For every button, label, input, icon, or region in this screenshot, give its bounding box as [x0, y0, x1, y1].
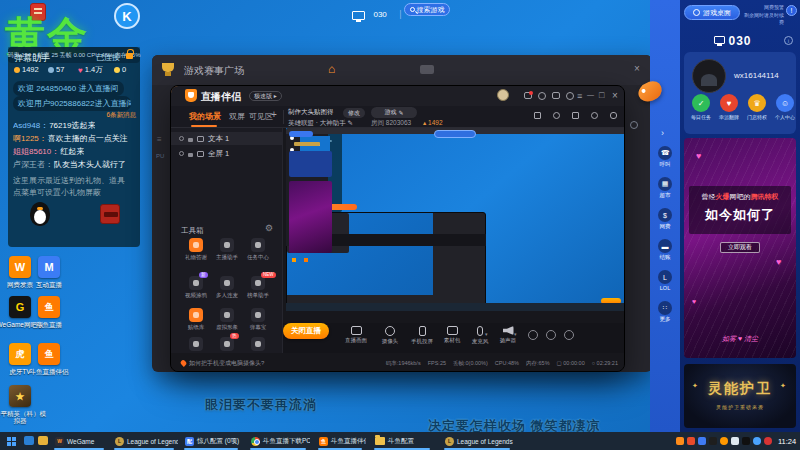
trophy-small-icon[interactable]	[566, 92, 574, 100]
bell-icon[interactable]	[591, 112, 598, 119]
toolbar-speaker[interactable]: 扬声器	[491, 326, 525, 344]
layout-button[interactable]	[528, 330, 538, 340]
eye-icon[interactable]	[179, 151, 184, 156]
desktop-icon-w[interactable]: W 网费发票	[9, 256, 31, 278]
new-message-badge[interactable]: 6条新消息	[106, 111, 136, 120]
taskbar-item-download[interactable]: 斗鱼直播下载PC9.0	[248, 432, 310, 450]
menu-icon[interactable]: ≡	[577, 92, 582, 101]
tab-my-scenes[interactable]: 我的场景	[189, 111, 221, 122]
headset-icon[interactable]	[538, 92, 546, 100]
promo-poster-game[interactable]: ✦ ✦ 灵能护卫 灵能护卫重磅来袭	[684, 364, 796, 428]
arena-menu-icon[interactable]: ≡	[157, 135, 162, 144]
tool-danmaku-bao[interactable]	[251, 308, 265, 322]
personal-center-button[interactable]: ☺	[776, 94, 794, 112]
lucky-flip-button[interactable]: ♥	[720, 94, 738, 112]
taskbar-item-config[interactable]: 配 惊八配置 (0项)	[182, 432, 242, 450]
desktop-icon-douyu[interactable]: 鱼 斗鱼直播	[38, 296, 60, 318]
k-app-badge[interactable]: K	[114, 3, 140, 29]
desktop-icon-m[interactable]: M 互动直播	[38, 256, 60, 278]
live-titlebar[interactable]: 直播伴侣 极速版 ▸ ≡ — □ ×	[171, 86, 625, 106]
user-avatar[interactable]	[692, 59, 726, 93]
minimize-icon[interactable]: —	[587, 91, 594, 98]
gallery-icon[interactable]	[552, 92, 560, 99]
share-icon[interactable]	[610, 112, 617, 119]
mic-caret[interactable]: ▾	[485, 331, 488, 337]
scene-row-fullscreen[interactable]: 全屏 1	[171, 147, 283, 160]
tray-icon-8[interactable]	[753, 437, 761, 445]
taskbar-item-lol[interactable]: L League of Legends	[112, 432, 178, 450]
tray-icon-9[interactable]	[764, 437, 772, 445]
tool-extra-1[interactable]	[189, 337, 203, 351]
lock-panel-icon[interactable]	[553, 112, 560, 119]
gift-panel-icon[interactable]	[534, 112, 541, 119]
taskbar-item-lol-2[interactable]: L League of Legends …	[442, 432, 514, 450]
arena-close-icon[interactable]: ×	[634, 64, 640, 74]
toolbar-phone-cast[interactable]: 手机投屏	[405, 326, 439, 345]
avatar[interactable]	[497, 89, 509, 101]
tray-icon-4[interactable]	[709, 437, 717, 445]
tray-icon-3[interactable]	[698, 437, 706, 445]
taskbar-item-douyu-config[interactable]: 斗鱼配置	[372, 432, 434, 450]
live-preview[interactable]: 黄金	[286, 128, 625, 311]
desktop-icon-game[interactable]: ★ 和平精英（科）模拟器	[9, 385, 31, 407]
tray-icon-5[interactable]	[720, 437, 728, 445]
tab-visible-area[interactable]: 可见区	[249, 111, 273, 122]
category-pill[interactable]: 游戏 ✎	[371, 107, 417, 118]
tool-rank-helper[interactable]	[251, 276, 265, 290]
version-badge[interactable]: 极速版 ▸	[249, 91, 282, 101]
quicklaunch-icon-1[interactable]	[24, 436, 34, 445]
eye-icon[interactable]	[179, 136, 184, 141]
desktop-icon-wegame[interactable]: G WeGame网吧版	[9, 296, 31, 318]
close-icon[interactable]: ×	[612, 91, 618, 101]
sidebar-item-call[interactable]: ☎ 呼叫	[650, 146, 680, 168]
toolbar-live-screen[interactable]: 直播画面	[339, 326, 373, 344]
add-scene-button[interactable]: +	[271, 109, 277, 120]
alarm-icon[interactable]: !	[786, 5, 797, 16]
pencil-icon[interactable]: ✎	[348, 119, 353, 126]
toolbar-camera[interactable]: 摄像头	[373, 326, 407, 345]
tray-icon-1[interactable]	[676, 437, 684, 445]
speaker-caret[interactable]: ▾	[514, 331, 517, 337]
moments-icon[interactable]	[524, 92, 532, 99]
search-button[interactable]: 搜索游戏	[404, 3, 450, 16]
sidebar-item-checkout[interactable]: ▬ 结账	[650, 239, 680, 261]
collapse-icon[interactable]: ›	[661, 128, 664, 138]
promo-edit-button[interactable]: 修改	[343, 108, 365, 118]
game-desktop-pill[interactable]: 游戏桌面	[684, 5, 740, 20]
info-icon[interactable]: i	[784, 36, 793, 45]
promo-poster-tencent[interactable]: ♥ ♥ ♥ 曾经火爆网吧的腾讯特权 如今如何了 立即观看 如雾 ♥ 清尘	[684, 138, 796, 358]
tray-icon-2[interactable]	[687, 437, 695, 445]
watch-now-button[interactable]: 立即观看	[720, 242, 760, 253]
tool-anchor-helper[interactable]	[220, 238, 234, 252]
tray-icon-7[interactable]	[742, 437, 750, 445]
taskbar-item-wegame[interactable]: W WeGame	[52, 432, 108, 450]
daily-task-button[interactable]: ✓	[692, 94, 710, 112]
tab-dual-screen[interactable]: 双屏	[229, 111, 245, 122]
desktop-icon-douyu-companion[interactable]: 鱼 斗鱼直播伴侣	[38, 343, 60, 365]
eye-button[interactable]	[546, 330, 556, 340]
stop-stream-button[interactable]: 关闭直播	[283, 323, 329, 339]
sidebar-item-more[interactable]: ∷ 更多	[650, 301, 680, 323]
taskbar-item-companion[interactable]: 鱼 斗鱼直播伴侣	[316, 432, 366, 450]
start-button[interactable]	[7, 437, 11, 441]
sidebar-item-fee[interactable]: $ 网费	[650, 208, 680, 230]
help-line[interactable]: 如何把手机变成电脑摄像头?	[181, 359, 264, 368]
scene-row-text[interactable]: 文本 1	[171, 132, 283, 145]
lock-small-icon[interactable]	[188, 153, 193, 157]
settings-button[interactable]	[564, 330, 574, 340]
tool-extra-2[interactable]	[220, 337, 234, 351]
maximize-icon[interactable]: □	[599, 91, 604, 100]
arena-tab[interactable]	[420, 65, 434, 74]
arena-titlebar[interactable]: 游戏赛事广场 ⌂ ×	[152, 55, 652, 85]
sidebar-item-lol[interactable]: L LOL	[650, 270, 680, 291]
tool-video-doodle[interactable]	[189, 276, 203, 290]
apps-panel-icon[interactable]	[572, 112, 579, 119]
store-privilege-button[interactable]: ♛	[748, 94, 766, 112]
tool-virtual-avatar[interactable]	[220, 308, 234, 322]
quicklaunch-icon-2[interactable]	[38, 436, 48, 445]
tool-gift-thanks[interactable]	[189, 238, 203, 252]
sidebar-item-market[interactable]: ▦ 超市	[650, 177, 680, 199]
home-icon[interactable]: ⌂	[328, 63, 335, 75]
toolbox-gear-icon[interactable]: ⚙	[265, 224, 273, 233]
lock-small-icon[interactable]	[188, 138, 193, 142]
